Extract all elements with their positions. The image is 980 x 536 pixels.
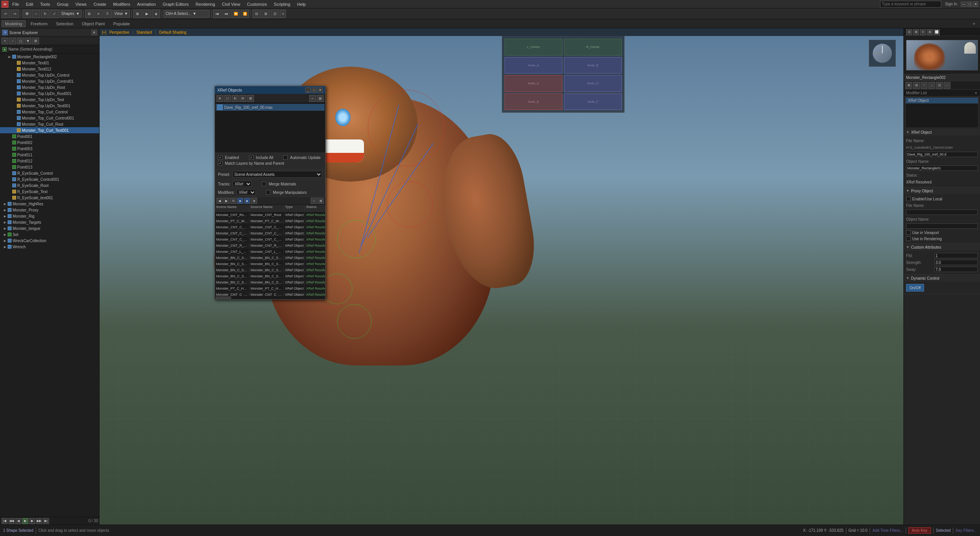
proxy-viewport-checkbox[interactable] (906, 230, 911, 235)
sub-toolbar-extra[interactable]: » (969, 20, 978, 27)
animation-toolbar-btn4[interactable]: ⏫ (241, 10, 249, 18)
tree-item[interactable]: Monster_Top_Curl_Root (0, 121, 99, 127)
menu-item-tools[interactable]: Tools (37, 1, 53, 7)
tree-item[interactable]: Monster_Top_Curl_Control001 (0, 115, 99, 121)
modifier-item[interactable]: XRef Object (906, 98, 978, 104)
xref-close-btn[interactable]: ✕ (318, 87, 323, 93)
xref-tracks-dropdown[interactable]: XRef (233, 181, 252, 187)
layer-toolbar-btn2[interactable]: ⊞ (262, 10, 270, 18)
xref-btn-open[interactable]: □ (224, 95, 231, 102)
xref-btn-r1[interactable]: ↔ (309, 95, 316, 102)
table-row[interactable]: Monster_BN_C_Spine0... Monster_BN_C_Spin… (215, 279, 325, 285)
proxy-props-header[interactable]: ▼ Proxy Object (904, 187, 980, 194)
sub-toolbar-freeform[interactable]: Freeform (27, 20, 51, 27)
tree-item[interactable]: ▶ Monster_Targets (0, 219, 99, 225)
table-row[interactable]: Monster_CNT_C_Spin... Monster_CNT_C_Spin… (215, 224, 325, 230)
tree-item[interactable]: Monster_Top.UpDn_Control01 (0, 78, 99, 84)
tree-item[interactable]: ▶ Monster_tongue (0, 225, 99, 231)
xref-btn-refresh[interactable]: ↻ (232, 95, 239, 102)
tree-item[interactable]: Monster_Top.UpDn_Text (0, 97, 99, 103)
menu-item-scripting[interactable]: Scripting (271, 1, 293, 7)
select-move-button[interactable]: ↔ (32, 10, 40, 18)
tree-item[interactable]: ▶ Monster_Rectangle002 (0, 54, 99, 60)
rp-icon3[interactable]: ≡ (920, 29, 926, 35)
tree-item[interactable]: R_EyeScale_text001 (0, 195, 99, 201)
select-filter-dropdown[interactable]: Ctrl+A Select... ▼ (164, 10, 210, 18)
table-row[interactable]: Monster_BN_C_Spine0... Monster_BN_C_Spin… (215, 273, 325, 279)
tree-item[interactable]: Point002 (0, 139, 99, 146)
prop-strength-input[interactable] (934, 260, 978, 265)
se-btn-select[interactable]: ◻ (17, 38, 24, 44)
animation-toolbar-btn2[interactable]: ⏭ (222, 10, 231, 18)
xref-enabled-checkbox[interactable]: ✓ (218, 155, 223, 160)
array-button[interactable]: ⠿ (103, 10, 112, 18)
xref-btn-settings[interactable]: ⚙ (247, 95, 254, 102)
menu-item-edit[interactable]: Edit (23, 1, 36, 7)
auto-key-button[interactable]: Auto Key (908, 527, 931, 534)
viewport[interactable]: [+] Perspective | Standard | Default Sha… (100, 28, 903, 525)
tree-item[interactable]: R_EyeScale_Control (0, 170, 99, 176)
window-maximize[interactable]: □ (967, 2, 972, 7)
custom-attrs-header[interactable]: ▼ Custom Attributes (904, 244, 980, 251)
menu-item-animation[interactable]: Animation (134, 1, 159, 7)
table-row[interactable]: Monster_BN_C_Spine... Monster_BN_C_Spine… (215, 261, 325, 267)
menu-item-rendering[interactable]: Rendering (193, 1, 218, 7)
xref-preset-dropdown[interactable]: Scene Animated Assets (233, 171, 322, 178)
rp-icon1[interactable]: ⊡ (906, 29, 912, 35)
menu-item-civil-view[interactable]: Civil View (219, 1, 243, 7)
table-row[interactable]: Monster_CNT_C_Hea... Monster_CNT_C_Hea..… (215, 292, 325, 296)
tree-item[interactable]: Monster_Top.UpDn_Text001 (0, 103, 99, 109)
layer-toolbar-btn3[interactable]: ⊡ (271, 10, 279, 18)
sub-toolbar-populate[interactable]: Populate (110, 20, 133, 27)
xref-merge-mat-checkbox[interactable] (262, 182, 266, 186)
undo-button[interactable]: ↩ (2, 10, 10, 18)
tree-item[interactable]: Monster_Text01 (0, 60, 99, 66)
scene-tree[interactable]: ▶ Monster_Rectangle002 Monster_Text01 Mo… (0, 54, 99, 517)
view-dropdown[interactable]: View ▼ (113, 10, 130, 18)
tree-item[interactable]: R_EyeScale_Text (0, 189, 99, 195)
xref-scene-btn-blue1[interactable]: ■ (237, 198, 243, 204)
prop-ffd-input[interactable] (934, 253, 978, 258)
xref-scene-btn-blue2[interactable]: ■ (244, 198, 250, 204)
proxy-file-input[interactable] (906, 210, 978, 215)
select-object-button[interactable]: ⊕ (23, 10, 31, 18)
window-close[interactable]: ✕ (973, 2, 978, 7)
tree-item[interactable]: Point001 (0, 133, 99, 139)
se-btn-new[interactable]: + (2, 38, 8, 44)
status-add-time[interactable]: Add Time Filters... (872, 528, 903, 533)
rp-mod-icon4[interactable]: ↓ (928, 82, 935, 89)
window-minimize[interactable]: ─ (961, 2, 966, 7)
tree-item[interactable]: Monster_Top.UpDn_Root001 (0, 90, 99, 97)
xref-btn-r2[interactable]: ⊞ (317, 95, 324, 102)
tree-item[interactable]: Point013 (0, 164, 99, 170)
sub-toolbar-modeling[interactable]: Modeling (2, 20, 26, 27)
xref-scene-table[interactable]: Monster_CNT_Root001 Monster_CNT_Root XRe… (215, 212, 325, 296)
modifier-list[interactable]: XRef Object (905, 97, 978, 128)
mirror-button[interactable]: ⊞ (85, 10, 93, 18)
xref-dialog-titlebar[interactable]: XRef Objects _ □ ✕ (215, 86, 325, 94)
table-row[interactable]: Monster_CNT_C_Eyes... Monster_CNT_C_Eyes… (215, 230, 325, 236)
xref-props-header[interactable]: ▼ XRef Object (904, 129, 980, 136)
sign-in-button[interactable]: Sign In (942, 1, 960, 7)
xref-bottom-scrollbar[interactable] (215, 296, 325, 299)
table-row[interactable]: Monster_CNT_R_Eyes... Monster_CNT_R_Eyes… (215, 243, 325, 249)
tree-item[interactable]: ▶ WreckCarCollection (0, 238, 99, 244)
prop-obj-name-input[interactable] (906, 166, 978, 171)
table-row[interactable]: Monster_CNT_C_Eyes... Monster_CNT_C_Eyes… (215, 236, 325, 243)
render-button[interactable]: ▶ (143, 10, 151, 18)
proxy-rendering-checkbox[interactable] (906, 236, 911, 241)
menu-item-create[interactable]: Create (90, 1, 109, 7)
prop-sway-input[interactable] (934, 267, 978, 272)
play-btn-prev-key[interactable]: ◀◀ (8, 518, 15, 524)
tree-item[interactable]: R_EyeScale_Control001 (0, 176, 99, 182)
xref-scene-btn1[interactable]: ◀ (216, 198, 223, 204)
material-editor-button[interactable]: ◈ (152, 10, 160, 18)
tree-item[interactable]: Point012 (0, 158, 99, 164)
select-scale-button[interactable]: ⤢ (50, 10, 59, 18)
prop-file-name-input[interactable] (906, 152, 978, 157)
xref-minimize-btn[interactable]: _ (305, 87, 311, 93)
xref-scene-btn5[interactable]: ⊕ (251, 198, 257, 204)
play-btn-next-key[interactable]: ▶▶ (36, 518, 42, 524)
on-off-button[interactable]: On/Off (906, 284, 924, 292)
render-setup-button[interactable]: ⊠ (133, 10, 142, 18)
